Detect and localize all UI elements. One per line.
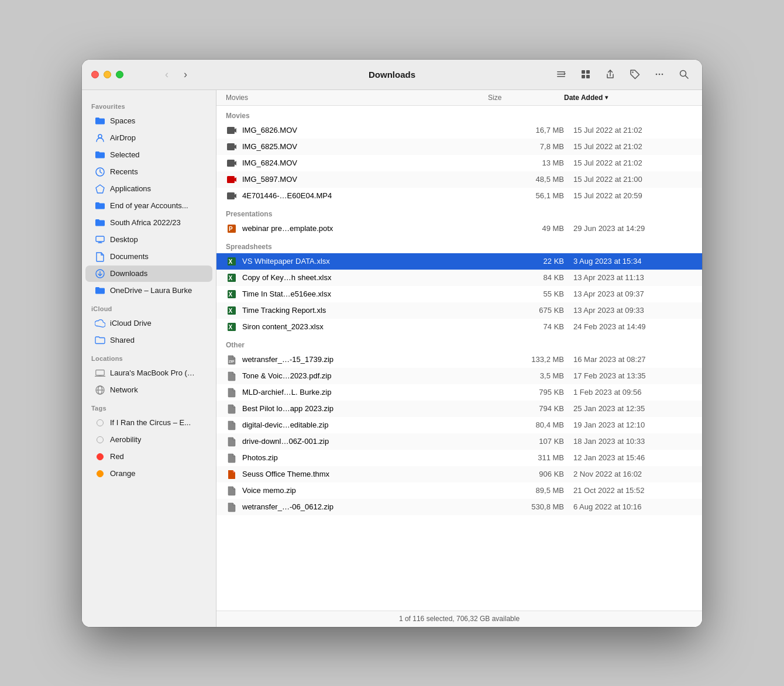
group-header-presentations: Presentations (216, 204, 702, 220)
file-size: 133,2 MB (488, 355, 564, 364)
file-row[interactable]: IMG_6825.MOV 7,8 MB 15 Jul 2022 at 21:02 (216, 139, 702, 155)
file-size: 3,5 MB (488, 371, 564, 380)
file-date: 15 Jul 2022 at 21:02 (564, 158, 693, 167)
file-row[interactable]: Voice memo.zip 89,5 MB 21 Oct 2022 at 15… (216, 482, 702, 499)
sidebar-item-tag-aerobility-label: Aerobility (110, 435, 141, 444)
sidebar-item-desktop[interactable]: Desktop (85, 232, 212, 248)
group-header-spreadsheets: Spreadsheets (216, 237, 702, 253)
file-name: Voice memo.zip (242, 486, 296, 495)
traffic-lights (91, 71, 123, 78)
sidebar-item-shared[interactable]: Shared (85, 332, 212, 349)
content-area: Favourites Spaces AirDrop Selected (82, 90, 702, 627)
sidebar-item-recents[interactable]: Recents (85, 164, 212, 180)
sidebar-item-documents[interactable]: Documents (85, 249, 212, 265)
file-size: 84 KB (488, 273, 564, 282)
back-button[interactable]: ‹ (159, 66, 175, 82)
svg-rect-25 (227, 176, 235, 183)
svg-text:X: X (229, 291, 233, 298)
col-date[interactable]: Date Added ▾ (564, 94, 693, 102)
svg-rect-18 (98, 375, 101, 376)
sidebar-item-network-label: Network (110, 385, 138, 394)
file-name-cell: X Time In Stat…e516ee.xlsx (226, 288, 488, 300)
list-view-button[interactable] (552, 66, 570, 83)
file-name-cell: IMG_6826.MOV (226, 125, 488, 136)
file-date: 6 Aug 2022 at 10:16 (564, 502, 693, 511)
file-row[interactable]: 4E701446-…E60E04.MP4 56,1 MB 15 Jul 2022… (216, 188, 702, 204)
svg-text:X: X (229, 275, 233, 281)
maximize-button[interactable] (116, 71, 123, 78)
video-file-icon (226, 174, 238, 185)
titlebar-nav: ‹ › (159, 66, 194, 82)
close-button[interactable] (91, 71, 99, 78)
col-size[interactable]: Size (488, 94, 564, 102)
file-row[interactable]: IMG_6826.MOV 16,7 MB 15 Jul 2022 at 21:0… (216, 122, 702, 139)
file-date: 19 Jan 2023 at 12:10 (564, 420, 693, 429)
file-row[interactable]: ZIP wetransfer_…-15_1739.zip 133,2 MB 16… (216, 351, 702, 368)
sidebar-item-southafrica[interactable]: South Africa 2022/23 (85, 215, 212, 231)
minimize-button[interactable] (104, 71, 111, 78)
file-row[interactable]: digital-devic…editable.zip 80,4 MB 19 Ja… (216, 417, 702, 433)
sidebar-item-tag-circus[interactable]: If I Ran the Circus – E... (85, 415, 212, 431)
sidebar-item-macbook[interactable]: Laura's MacBook Pro (… (85, 365, 212, 381)
zip-file-icon (226, 370, 238, 382)
tag-button[interactable] (626, 66, 644, 83)
zip-file-icon (226, 436, 238, 447)
file-row[interactable]: wetransfer_…-06_0612.zip 530,8 MB 6 Aug … (216, 499, 702, 515)
search-button[interactable] (675, 66, 693, 83)
file-row[interactable]: X Time Tracking Report.xls 675 KB 13 Apr… (216, 302, 702, 319)
sidebar-item-spaces[interactable]: Spaces (85, 113, 212, 129)
sidebar-item-tag-red[interactable]: Red (85, 449, 212, 465)
file-row[interactable]: X Time In Stat…e516ee.xlsx 55 KB 13 Apr … (216, 286, 702, 302)
file-row[interactable]: X Copy of Key…h sheet.xlsx 84 KB 13 Apr … (216, 270, 702, 286)
sidebar-item-endofyear[interactable]: End of year Accounts... (85, 198, 212, 214)
shared-icon (95, 335, 105, 346)
sidebar-item-onedrive[interactable]: OneDrive – Laura Burke (85, 282, 212, 299)
grid-view-button[interactable] (577, 66, 594, 83)
file-size: 49 MB (488, 224, 564, 233)
titlebar: ‹ › Downloads (82, 60, 702, 90)
file-row[interactable]: Photos.zip 311 MB 12 Jan 2023 at 15:46 (216, 450, 702, 466)
file-row[interactable]: Tone & Voic…2023.pdf.zip 3,5 MB 17 Feb 2… (216, 368, 702, 384)
sidebar-item-downloads[interactable]: Downloads (85, 266, 212, 282)
sidebar-item-tag-orange[interactable]: Orange (85, 466, 212, 482)
file-row[interactable]: IMG_5897.MOV 48,5 MB 15 Jul 2022 at 21:0… (216, 171, 702, 188)
sidebar-item-icloud-drive[interactable]: iCloud Drive (85, 315, 212, 332)
file-name-cell: P webinar pre…emplate.potx (226, 223, 488, 235)
file-name: VS Whitepaper DATA.xlsx (242, 257, 330, 266)
sidebar-item-network[interactable]: Network (85, 382, 212, 398)
zip-file-icon: ZIP (226, 354, 238, 366)
share-button[interactable] (601, 66, 619, 83)
sidebar-section-locations: Locations (82, 349, 216, 364)
theme-file-icon (226, 468, 238, 480)
file-row[interactable]: P webinar pre…emplate.potx 49 MB 29 Jun … (216, 220, 702, 237)
file-row[interactable]: MLD-archief…L. Burke.zip 795 KB 1 Feb 20… (216, 384, 702, 401)
sidebar-item-selected[interactable]: Selected (85, 147, 212, 163)
recents-icon (95, 167, 105, 177)
more-button[interactable] (651, 66, 668, 83)
file-name: MLD-archief…L. Burke.zip (242, 388, 331, 397)
file-list: Movies IMG_6826.MOV 16,7 MB 15 Jul 2022 … (216, 106, 702, 611)
file-size: 107 KB (488, 437, 564, 446)
file-row-selected[interactable]: X VS Whitepaper DATA.xlsx 22 KB 3 Aug 20… (216, 253, 702, 270)
file-name-cell: digital-devic…editable.zip (226, 419, 488, 431)
file-row[interactable]: drive-downl…06Z-001.zip 107 KB 18 Jan 20… (216, 433, 702, 450)
file-date: 16 Mar 2023 at 08:27 (564, 355, 693, 364)
file-date: 15 Jul 2022 at 20:59 (564, 191, 693, 200)
file-row[interactable]: IMG_6824.MOV 13 MB 15 Jul 2022 at 21:02 (216, 155, 702, 171)
col-name[interactable]: Movies (226, 94, 488, 102)
file-row[interactable]: Best Pilot lo…app 2023.zip 794 KB 25 Jan… (216, 401, 702, 417)
sidebar-item-tag-aerobility[interactable]: Aerobility (85, 432, 212, 448)
sidebar-item-applications[interactable]: Applications (85, 181, 212, 197)
file-row[interactable]: X Siron content_2023.xlsx 74 KB 24 Feb 2… (216, 319, 702, 335)
sidebar-item-airdrop[interactable]: AirDrop (85, 130, 212, 146)
file-row[interactable]: Seuss Office Theme.thmx 906 KB 2 Nov 202… (216, 466, 702, 482)
file-date: 2 Nov 2022 at 16:02 (564, 470, 693, 478)
forward-button[interactable]: › (177, 66, 194, 82)
file-date: 1 Feb 2023 at 09:56 (564, 388, 693, 397)
svg-text:X: X (229, 308, 233, 314)
file-date: 12 Jan 2023 at 15:46 (564, 453, 693, 462)
status-bar: 1 of 116 selected, 706,32 GB available (216, 611, 702, 627)
svg-text:ZIP: ZIP (229, 360, 234, 363)
zip-file-icon (226, 501, 238, 513)
svg-rect-15 (96, 236, 104, 242)
